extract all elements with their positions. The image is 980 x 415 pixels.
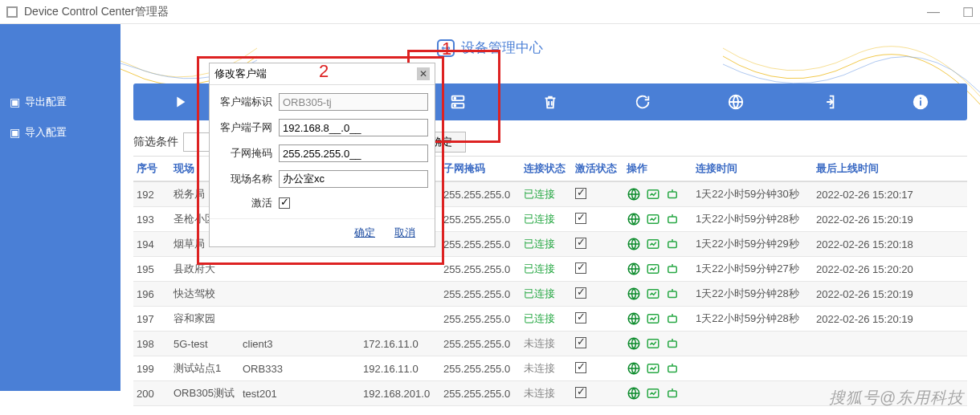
op-chart-icon[interactable] (646, 311, 660, 326)
cell-seq: 195 (133, 257, 170, 282)
active-checkbox-icon[interactable] (575, 213, 586, 224)
op-chart-icon[interactable] (646, 361, 660, 376)
cell-mask: 255.255.255.0 (440, 332, 521, 356)
op-web-icon[interactable] (627, 212, 641, 226)
cell-c4 (360, 307, 440, 332)
op-web-icon[interactable] (627, 386, 641, 401)
cell-active (572, 307, 623, 332)
cell-conntime: 1天22小时59分钟27秒 (692, 257, 813, 282)
toolbar-delete-button[interactable] (538, 90, 562, 114)
table-row[interactable]: 196快达驾校255.255.255.0已连接 1天22小时59分钟28秒202… (133, 282, 967, 307)
op-chart-icon[interactable] (646, 187, 660, 201)
window-minimize-button[interactable]: — (927, 5, 940, 19)
op-robot-icon[interactable] (665, 212, 680, 226)
cell-c4 (360, 282, 440, 307)
active-checkbox-icon[interactable] (575, 312, 586, 323)
svg-rect-39 (668, 391, 677, 397)
window-maximize-button[interactable]: ☐ (962, 5, 974, 20)
th-conn[interactable]: 连接状态 (521, 157, 572, 181)
op-robot-icon[interactable] (665, 311, 680, 326)
op-robot-icon[interactable] (665, 237, 680, 251)
toolbar-info-button[interactable] (909, 90, 933, 114)
annotation-label-2: 2 (319, 61, 329, 82)
active-checkbox-icon[interactable] (575, 387, 586, 398)
active-checkbox-icon[interactable] (575, 188, 586, 199)
op-chart-icon[interactable] (646, 262, 660, 276)
op-robot-icon[interactable] (665, 187, 680, 201)
op-web-icon[interactable] (627, 361, 641, 376)
op-web-icon[interactable] (627, 187, 641, 201)
dialog-close-button[interactable]: ✕ (417, 67, 430, 80)
op-web-icon[interactable] (627, 311, 641, 326)
input-client-id[interactable] (279, 93, 428, 111)
cell-site: 快达驾校 (170, 282, 239, 307)
op-robot-icon[interactable] (665, 262, 680, 276)
cell-ops (623, 232, 692, 257)
annotation-label-1: 1 (442, 39, 451, 59)
cell-conn: 未连接 (521, 332, 572, 356)
th-active[interactable]: 激活状态 (572, 157, 623, 181)
th-last[interactable]: 最后上线时间 (813, 157, 967, 181)
input-client-subnet[interactable] (279, 119, 428, 136)
svg-rect-30 (668, 316, 677, 323)
cell-ops (623, 181, 692, 207)
dialog-ok-button[interactable]: 确定 (354, 226, 375, 240)
checkbox-activate[interactable] (279, 197, 290, 209)
table-row[interactable]: 197容和家园255.255.255.0已连接 1天22小时59分钟28秒202… (133, 307, 967, 332)
cell-conn: 已连接 (521, 232, 572, 257)
toolbar-play-button[interactable] (168, 90, 192, 114)
active-checkbox-icon[interactable] (575, 287, 586, 299)
op-chart-icon[interactable] (646, 336, 660, 351)
th-mask[interactable]: 子网掩码 (440, 157, 521, 181)
cell-site: 测试站点1 (170, 356, 239, 381)
op-robot-icon[interactable] (665, 361, 680, 376)
toolbar-exit-button[interactable] (816, 90, 840, 114)
op-web-icon[interactable] (627, 262, 641, 276)
input-subnet-mask[interactable] (279, 144, 428, 162)
input-site-name[interactable] (279, 170, 428, 188)
dialog-cancel-button[interactable]: 取消 (394, 226, 415, 240)
op-chart-icon[interactable] (646, 287, 660, 301)
cell-c2: client3 (239, 332, 304, 356)
svg-point-8 (454, 105, 455, 107)
sidebar-item-import[interactable]: ▣ 导入配置 (0, 117, 120, 148)
op-web-icon[interactable] (627, 287, 641, 301)
th-conntime[interactable]: 连接时间 (692, 157, 813, 181)
active-checkbox-icon[interactable] (575, 362, 586, 373)
op-robot-icon[interactable] (665, 336, 680, 351)
th-ops[interactable]: 操作 (623, 157, 692, 181)
op-chart-icon[interactable] (646, 212, 660, 226)
cell-conntime: 1天22小时59分钟28秒 (692, 282, 813, 307)
op-robot-icon[interactable] (665, 287, 680, 301)
table-row[interactable]: 199测试站点1ORB333192.16.11.0255.255.255.0未连… (133, 356, 967, 381)
cell-active (572, 257, 623, 282)
svg-point-7 (454, 98, 455, 100)
cell-active (572, 356, 623, 381)
op-web-icon[interactable] (627, 336, 641, 351)
toolbar-server-button[interactable] (446, 90, 470, 114)
cell-c4 (360, 257, 440, 282)
cell-mask: 255.255.255.0 (440, 207, 521, 232)
toolbar-refresh-button[interactable] (631, 90, 655, 114)
th-seq[interactable]: 序号 (133, 157, 170, 181)
toolbar-globe-button[interactable] (724, 90, 748, 114)
cell-last: 2022-02-26 15:20:17 (813, 181, 967, 207)
sidebar-item-label: 导入配置 (25, 125, 67, 140)
op-chart-icon[interactable] (646, 386, 660, 401)
app-logo-icon (6, 6, 18, 18)
cell-mask: 255.255.255.0 (440, 232, 521, 257)
cell-conn: 已连接 (521, 207, 572, 232)
table-row[interactable]: 195县政府大255.255.255.0已连接 1天22小时59分钟27秒202… (133, 257, 967, 282)
svg-rect-24 (668, 266, 677, 273)
sidebar-item-export[interactable]: ▣ 导出配置 (0, 87, 120, 117)
active-checkbox-icon[interactable] (575, 262, 586, 274)
field-label-subnet-mask: 子网掩码 (216, 146, 272, 161)
cell-seq: 194 (133, 232, 170, 257)
table-row[interactable]: 1985G-testclient3172.16.11.0255.255.255.… (133, 332, 967, 356)
op-web-icon[interactable] (627, 237, 641, 251)
active-checkbox-icon[interactable] (575, 238, 586, 249)
cell-mask: 255.255.255.0 (440, 282, 521, 307)
op-robot-icon[interactable] (665, 386, 680, 401)
active-checkbox-icon[interactable] (575, 337, 586, 348)
op-chart-icon[interactable] (646, 237, 660, 251)
